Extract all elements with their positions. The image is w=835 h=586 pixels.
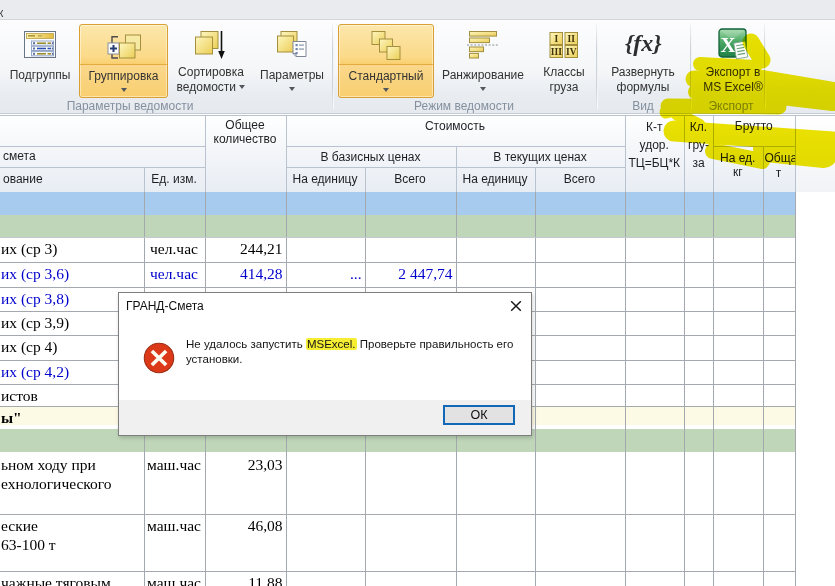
row-grid-line [0, 571, 795, 572]
ribbon-group-separator [690, 23, 692, 109]
column-grid-line [535, 192, 536, 586]
table-cell[interactable]: их (ср 3,6) [1, 264, 142, 286]
dropdown-arrow-icon [289, 87, 295, 91]
ribbon-button-label: Сортировка ведомости [171, 65, 251, 95]
table-row-band[interactable] [0, 215, 795, 238]
close-icon[interactable] [509, 299, 523, 313]
svg-text:II: II [568, 34, 576, 44]
dialog-footer: ОК [119, 400, 531, 435]
ribbon-button-label: Классы груза [533, 65, 595, 95]
ribbon-button-parametry[interactable]: Параметры [253, 24, 331, 96]
table-cell[interactable]: чажные тяговым 3.) [1, 573, 142, 586]
ribbon-button-label: Группировка [80, 69, 167, 84]
header-cell: К-т удор. ТЦ=БЦ*К [625, 118, 685, 172]
ribbon-button-label: Экспорт в MS Excel® [701, 65, 765, 95]
table-cell[interactable]: ... [286, 264, 362, 286]
table-cell[interactable]: 46,08 [205, 516, 283, 571]
highlighted-word: MSExcel. [306, 338, 357, 350]
ok-button[interactable]: ОК [443, 405, 515, 425]
table-header: сметаованиеЕд. изм.Общее количествоСтоим… [0, 115, 835, 192]
table-cell[interactable]: 414,28 [205, 264, 283, 286]
dropdown-arrow-icon [121, 88, 127, 92]
table-cell[interactable]: 23,03 [205, 455, 283, 513]
export-icon: X [718, 28, 749, 64]
table-header-filler [795, 115, 835, 192]
dialog-message: Не удалось запустить MSExcel. Проверьте … [186, 337, 526, 366]
svg-text:X: X [720, 33, 735, 57]
header-grid-line [0, 146, 205, 147]
table-cell[interactable]: 2 447,74 [365, 264, 453, 286]
gruppirovka-icon [106, 31, 142, 63]
dialog-title: ГРАНД-Смета [126, 299, 204, 313]
table-cell[interactable]: их (ср 3) [1, 239, 142, 261]
sortirovka-icon [194, 30, 228, 64]
header-cell: На единицу [456, 173, 535, 187]
svg-text:I: I [554, 34, 558, 44]
table-cell[interactable]: чел.час [144, 264, 205, 286]
ribbon-button-gruppirovka[interactable]: Группировка [79, 24, 168, 98]
ribbon-group-separator [332, 23, 334, 109]
ribbon-group-label: Экспорт [708, 99, 753, 113]
ribbon-button-standart[interactable]: Стандартный [338, 24, 434, 98]
header-grid-line [795, 115, 796, 192]
ribbon-button-podgruppy[interactable]: Подгруппы [4, 24, 76, 96]
table-cell[interactable]: маш.час [144, 516, 205, 571]
error-icon [143, 342, 175, 374]
header-grid-line [713, 146, 795, 147]
header-grid-line [286, 167, 625, 168]
tab-label-fragment: к [0, 6, 3, 20]
row-grid-line-soft [0, 237, 795, 238]
svg-text:IV: IV [566, 47, 577, 57]
header-cell: Брутто [713, 120, 795, 134]
ribbon-group-separator [764, 23, 766, 109]
message-text-before: Не удалось запустить [186, 338, 306, 350]
column-grid-line [795, 192, 796, 586]
ribbon-group-label: Режим ведомости [414, 99, 514, 113]
header-cell: На единицу [286, 173, 365, 187]
ribbon-button-label: Параметры [253, 68, 331, 83]
table-cell[interactable]: чел.час [144, 239, 205, 261]
header-cell: Стоимость [286, 120, 625, 134]
column-grid-line [684, 192, 685, 586]
ribbon: Подгруппы Группировка Сортировка ведомос… [0, 20, 835, 114]
dropdown-arrow-icon [480, 87, 486, 91]
row-grid-line [0, 287, 795, 288]
klassy-icon: I II III IV [549, 31, 579, 63]
ribbon-button-export[interactable]: X Экспорт в MS Excel® [701, 24, 765, 96]
ribbon-button-sortirovka[interactable]: Сортировка ведомости [171, 24, 251, 96]
fx-glyph: {fx} [625, 30, 662, 56]
header-cell: смета [0, 150, 205, 164]
dropdown-arrow-icon [239, 85, 245, 89]
dropdown-arrow [339, 83, 433, 98]
row-grid-line [0, 514, 795, 515]
dropdown-arrow [80, 83, 167, 98]
ribbon-group-separator [596, 23, 598, 109]
table-row-band[interactable] [0, 192, 795, 215]
table-cell[interactable]: маш.час [144, 455, 205, 513]
dropdown-arrow [437, 82, 529, 97]
ribbon-button-razvernut[interactable]: {fx}Развернуть формулы [600, 24, 686, 96]
header-grid-line [286, 146, 625, 147]
table-cell[interactable]: ьном ходу при ехнологического [1, 455, 142, 513]
dialog-body: Не удалось запустить MSExcel. Проверьте … [119, 316, 531, 401]
parametry-icon [276, 30, 309, 62]
dropdown-arrow [253, 82, 331, 97]
app-window: к Подгруппы [0, 0, 835, 586]
ribbon-button-ranzhir[interactable]: Ранжирование [437, 24, 529, 96]
header-cell: В базисных ценах [286, 151, 456, 165]
table-cell[interactable]: 244,21 [205, 239, 283, 261]
svg-text:III: III [551, 47, 562, 57]
ribbon-button-label: Подгруппы [4, 68, 76, 83]
header-grid-line [0, 115, 835, 116]
table-cell[interactable]: 11,88 [205, 573, 283, 586]
razvernut-icon: {fx} [625, 30, 662, 56]
ribbon-button-klassy[interactable]: I II III IVКлассы груза [533, 24, 595, 96]
ranzhir-icon [466, 30, 500, 63]
table-cell[interactable]: еские 63-100 т [1, 516, 142, 571]
table-cell[interactable]: маш.час [144, 573, 205, 586]
row-grid-line [0, 262, 795, 263]
dropdown-arrow-icon [383, 88, 389, 92]
standart-icon [369, 30, 403, 68]
header-cell: Всего [535, 173, 625, 187]
column-grid-line [763, 192, 764, 586]
